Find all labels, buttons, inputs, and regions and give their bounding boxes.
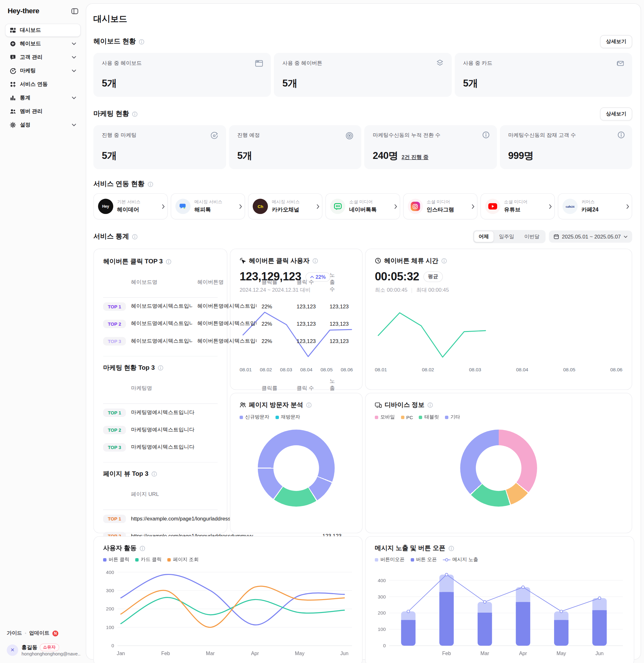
- info-icon: [306, 402, 312, 408]
- sidebar-item-label: 대시보드: [20, 27, 41, 34]
- compare-period: 2024.12.24 ~ 2024.12.31 대비: [239, 287, 353, 294]
- svg-text:300: 300: [378, 594, 386, 599]
- service-card-youtube[interactable]: 소셜 미디어유튜브: [481, 193, 555, 219]
- legend-label: PC: [406, 415, 413, 420]
- svg-text:0: 0: [111, 643, 114, 648]
- legend-swatch: [445, 415, 448, 419]
- svg-text:Mar: Mar: [481, 650, 489, 656]
- service-card-kakaochannel[interactable]: Ch 메시징 서비스카카오채널: [248, 193, 323, 219]
- update-new-badge: N: [52, 630, 59, 636]
- chevron-down-icon: [72, 69, 76, 72]
- service-card-instagram[interactable]: 소셜 미디어인스타그램: [403, 193, 477, 219]
- stat-card-label: 진행 중 마케팅: [102, 132, 217, 139]
- svg-text:Apr: Apr: [251, 650, 259, 656]
- table-row: TOP 1 https://example.com/page1/longurla…: [103, 510, 217, 527]
- legend-swatch: [103, 558, 107, 561]
- service-card-navertalktalk[interactable]: 소셜 미디어네이버톡톡: [325, 193, 400, 219]
- info-icon: [132, 111, 138, 117]
- stat-card-label: 진행 예정: [237, 132, 353, 139]
- stat-card-label: 사용 중 헤이보드: [102, 60, 262, 67]
- heyboard-detail-button[interactable]: 상세보기: [600, 35, 632, 48]
- filter-week[interactable]: 일주일: [494, 231, 519, 242]
- legend-label: 메시지 노출: [453, 556, 478, 562]
- service-card-heythere[interactable]: Hey 기본 서비스헤이데어: [93, 193, 168, 219]
- campaign-icon: [10, 68, 16, 74]
- sidebar-item-heyboard[interactable]: 헤이보드: [5, 37, 81, 50]
- sidebar-item-dashboard[interactable]: 대시보드: [5, 24, 81, 37]
- sidebar-item-label: 설정: [20, 121, 30, 129]
- stat-card-label: 사용 중 카드: [463, 60, 624, 67]
- click-icon: [239, 258, 246, 264]
- service-card-cafe24[interactable]: cafe24 커머스카페24: [558, 193, 632, 219]
- sidebar-collapse-icon[interactable]: [71, 8, 78, 14]
- devices-icon: [375, 402, 382, 408]
- stat-card-value: 5개: [102, 149, 117, 162]
- info-icon: [313, 258, 319, 264]
- rank-badge: TOP 3: [103, 443, 126, 451]
- rank-badge: TOP 1: [103, 514, 126, 523]
- click-users-card: 헤이버튼 클릭 사용자 123,129,123 22% 2024.12.24 ~…: [230, 249, 363, 390]
- chevron-down-icon: [72, 96, 76, 99]
- rank-badge: TOP 3: [103, 337, 126, 345]
- service-name: 카카오채널: [272, 206, 300, 213]
- legend-label: 신규방문자: [245, 414, 269, 420]
- chevron-down-icon: [72, 42, 76, 45]
- range-filter-group: 어제 일주일 이번달: [473, 230, 545, 243]
- filter-month[interactable]: 이번달: [519, 231, 545, 242]
- filter-yesterday[interactable]: 어제: [474, 231, 494, 242]
- svg-text:200: 200: [106, 606, 114, 612]
- legend-swatch: [239, 415, 243, 419]
- clock-icon: [375, 258, 381, 264]
- marketing-detail-button[interactable]: 상세보기: [600, 107, 632, 120]
- chevron-right-icon: [317, 204, 320, 208]
- update-link[interactable]: 업데이트: [29, 629, 50, 637]
- stat-card-heyboards: 사용 중 헤이보드 5개: [93, 53, 271, 97]
- divider-dot: [25, 633, 26, 634]
- sidebar-item-settings[interactable]: 설정: [5, 118, 81, 132]
- service-name: 네이버톡톡: [349, 206, 377, 213]
- sidebar-item-members[interactable]: 멤버 관리: [5, 105, 81, 118]
- chart-title: 헤이버튼 클릭 사용자: [249, 257, 310, 265]
- rank-badge: TOP 2: [103, 319, 126, 328]
- chart-title: 디바이스 정보: [385, 401, 424, 409]
- svg-text:Jan: Jan: [117, 650, 125, 656]
- calendar-icon: [553, 234, 559, 239]
- svg-text:100: 100: [378, 626, 386, 632]
- stat-card-heybuttons: 사용 중 헤이버튼 5개: [274, 53, 452, 97]
- megaphone-icon: [209, 131, 219, 141]
- legend-swatch: [419, 415, 422, 419]
- info-icon: [166, 259, 172, 265]
- table-title: 마케팅 현황 Top 3: [103, 364, 155, 372]
- sidebar-item-service-link[interactable]: 서비스 연동: [5, 78, 81, 91]
- stat-card-value: 5개: [282, 77, 297, 90]
- guide-link[interactable]: 가이드: [7, 629, 22, 637]
- legend-swatch: [401, 415, 405, 419]
- users-icon: [10, 108, 16, 114]
- sidebar-item-customers[interactable]: 고객 관리: [5, 51, 81, 64]
- sidebar-menu: 대시보드 헤이보드 고객 관리 마케팅 서비스 연동: [5, 24, 81, 132]
- date-range-picker[interactable]: 2025.05.01 ~ 2025.05.07: [549, 230, 632, 243]
- user-profile[interactable]: ✕ 홍길동 소유자 honghonghonghong@nave...: [7, 643, 79, 656]
- user-name: 홍길동: [22, 644, 38, 651]
- legend-label: 재방문자: [281, 414, 300, 420]
- svg-text:200: 200: [378, 610, 386, 616]
- sidebar-item-marketing[interactable]: 마케팅: [5, 64, 81, 78]
- main-panel: 대시보드 헤이보드 현황 상세보기 사용 중 헤이보드 5개 사용 중 헤이버튼…: [86, 3, 641, 660]
- legend-label: 버튼 오픈: [416, 556, 437, 562]
- plus-circle-icon: [10, 41, 16, 47]
- chevron-down-icon: [72, 56, 76, 59]
- table-row: TOP 2 헤이보드명예시텍스트입니다...헤이버튼명예시텍스트입니다...22…: [103, 315, 217, 332]
- sidebar-item-statistics[interactable]: 통계: [5, 91, 81, 105]
- service-card-happytalk[interactable]: 메시징 서비스해피톡: [171, 193, 245, 219]
- sidebar-item-label: 헤이보드: [20, 40, 41, 47]
- heyboard-status-title: 헤이보드 현황: [93, 37, 136, 46]
- info-icon: [151, 471, 157, 477]
- layers-icon: [435, 59, 445, 68]
- svg-text:Feb: Feb: [161, 650, 170, 656]
- in-progress-link[interactable]: 2건 진행 중: [401, 154, 429, 161]
- legend-swatch: [375, 415, 378, 419]
- naver-talktalk-logo-icon: [330, 199, 345, 214]
- service-name: 해피톡: [194, 206, 222, 213]
- svg-text:May: May: [295, 650, 305, 656]
- svg-text:Mar: Mar: [206, 650, 215, 656]
